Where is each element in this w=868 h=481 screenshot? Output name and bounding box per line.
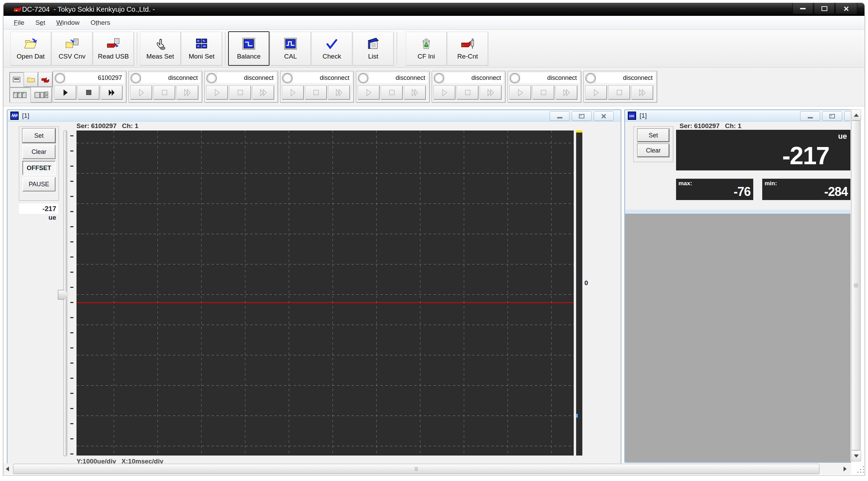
- transport-buttons: [434, 86, 501, 100]
- toolbar-button-read-usb[interactable]: Read USB: [93, 32, 134, 65]
- transport-buttons: [55, 86, 122, 100]
- start-button[interactable]: [282, 86, 304, 100]
- toolbar-button-check[interactable]: Check: [312, 32, 352, 65]
- minimize-glyph: [800, 8, 806, 9]
- horizontal-scroll-thumb[interactable]: [13, 464, 819, 474]
- toolbar-button-cal[interactable]: CAL: [270, 32, 311, 65]
- menu-bar: File Set Window Others: [3, 16, 865, 30]
- y-axis-tick: [70, 181, 73, 182]
- scroll-right-button[interactable]: [840, 464, 850, 474]
- digital-window-title: [1]: [640, 112, 647, 119]
- stop-button[interactable]: [381, 86, 402, 100]
- open-file-button[interactable]: [24, 72, 38, 87]
- scroll-down-button[interactable]: [851, 450, 861, 461]
- layout-detail-button[interactable]: [31, 87, 52, 103]
- toolbar-button-moni-set[interactable]: Moni Set: [181, 32, 222, 65]
- menu-file[interactable]: File: [8, 16, 30, 29]
- monitor-grid-icon: [195, 37, 208, 51]
- channel-status-field: 6100297: [65, 73, 124, 83]
- y-axis-ticks: [69, 130, 74, 456]
- forward-button[interactable]: [253, 86, 274, 100]
- max-display: max: -76: [676, 179, 753, 200]
- digital-restore-button[interactable]: [822, 111, 842, 121]
- menu-others[interactable]: Others: [85, 16, 116, 29]
- maximize-button[interactable]: [814, 3, 835, 14]
- stop-button[interactable]: [229, 86, 251, 100]
- y-axis-tick: [70, 393, 73, 394]
- channel-status-text: disconnect: [396, 74, 425, 82]
- fast-forward-icon: [410, 88, 419, 97]
- toolbar-button-cf-ini[interactable]: CF Ini: [406, 32, 447, 65]
- scroll-up-button[interactable]: [851, 109, 861, 121]
- start-button[interactable]: [585, 86, 607, 100]
- menu-set[interactable]: Set: [30, 16, 51, 29]
- stop-button[interactable]: [457, 86, 478, 100]
- menu-window[interactable]: Window: [51, 16, 85, 29]
- forward-button[interactable]: [480, 86, 501, 100]
- y-axis-tick: [70, 166, 73, 167]
- start-button[interactable]: [510, 86, 531, 100]
- start-button[interactable]: [434, 86, 455, 100]
- wave-set-button[interactable]: Set: [22, 128, 55, 143]
- forward-button[interactable]: [632, 86, 653, 100]
- digital-set-button[interactable]: Set: [637, 129, 669, 142]
- layout-tile-button[interactable]: [10, 87, 30, 103]
- wave-window-content: Set Clear OFFSET PAUSE -217 ue Ser: 6100…: [8, 122, 621, 464]
- thumb-grip: [854, 284, 858, 287]
- wave-clear-button[interactable]: Clear: [22, 145, 55, 159]
- digital-minimize-button[interactable]: [800, 111, 820, 121]
- forward-button[interactable]: [556, 86, 577, 100]
- toolbar-separator: [137, 32, 137, 65]
- status-led-icon: [131, 73, 141, 83]
- view-monitor-button[interactable]: [10, 72, 23, 87]
- fast-forward-icon: [183, 88, 192, 97]
- play-icon: [516, 88, 525, 97]
- start-button[interactable]: [358, 86, 379, 100]
- minimize-button[interactable]: [793, 3, 813, 14]
- forward-button[interactable]: [328, 86, 350, 100]
- stop-button[interactable]: [78, 86, 99, 100]
- stop-button[interactable]: [533, 86, 554, 100]
- wave-minimize-button[interactable]: [550, 111, 570, 121]
- toolbar-button-csv-cnv[interactable]: CSV Cnv: [52, 32, 92, 65]
- status-led-icon: [282, 73, 293, 83]
- slider-thumb[interactable]: [58, 290, 69, 300]
- close-glyph: [601, 113, 606, 119]
- offset-toggle-button[interactable]: OFFSET: [22, 161, 55, 175]
- stop-button[interactable]: [609, 86, 630, 100]
- digital-clear-button[interactable]: Clear: [637, 144, 669, 157]
- pause-button[interactable]: PAUSE: [22, 177, 55, 191]
- y-axis-tick: [70, 226, 73, 227]
- forward-button[interactable]: [404, 86, 426, 100]
- toolbar-button-meas-set[interactable]: Meas Set: [140, 32, 181, 65]
- stop-button[interactable]: [154, 86, 175, 100]
- toolbar-button-list[interactable]: List: [353, 32, 394, 65]
- start-button[interactable]: [206, 86, 228, 100]
- toolbar-button-re-cnt[interactable]: Re-Cnt: [447, 32, 488, 65]
- stop-icon: [387, 88, 396, 97]
- device-list-button[interactable]: [39, 72, 52, 87]
- start-button[interactable]: [131, 86, 152, 100]
- wave-restore-button[interactable]: [572, 111, 592, 121]
- forward-button[interactable]: [177, 86, 198, 100]
- y-axis-tick: [70, 196, 73, 197]
- toolbar-button-open-dat[interactable]: Open Dat: [10, 32, 51, 65]
- close-button[interactable]: [835, 3, 857, 14]
- transport-buttons: [585, 86, 653, 100]
- channel-panel: disconnect: [356, 71, 430, 103]
- window-bottom-border: [3, 475, 865, 476]
- resize-grip-icon[interactable]: [854, 464, 866, 474]
- vertical-scroll-thumb[interactable]: [851, 121, 860, 450]
- recycle-bin-icon: [419, 37, 433, 51]
- window-title: DC-7204 - Tokyo Sokki Kenkyujo Co.,Ltd. …: [22, 6, 155, 13]
- scroll-left-button[interactable]: [3, 464, 12, 474]
- forward-button[interactable]: [101, 86, 122, 100]
- window-right-border: [865, 16, 865, 476]
- start-button[interactable]: [55, 86, 76, 100]
- digital-close-button[interactable]: [844, 111, 851, 121]
- toolbar-button-balance[interactable]: Balance: [228, 31, 269, 66]
- stop-button[interactable]: [305, 86, 327, 100]
- checkmark-icon: [325, 37, 339, 51]
- wave-close-button[interactable]: [594, 111, 614, 121]
- level-bar-blue-marker: [576, 414, 578, 418]
